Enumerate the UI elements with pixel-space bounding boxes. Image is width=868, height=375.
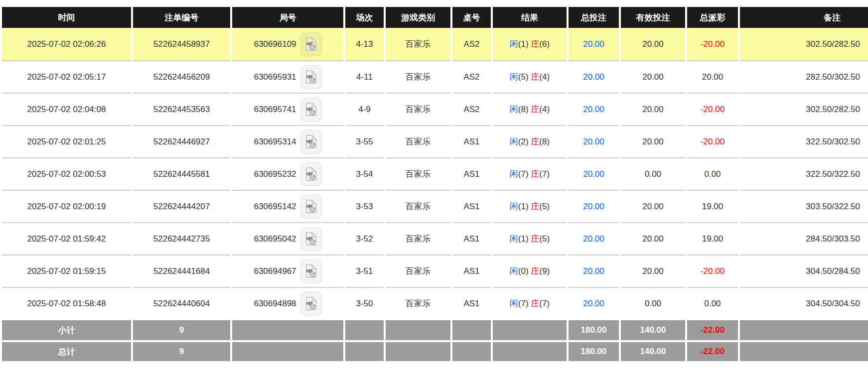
bet-record-row[interactable]: 2025-07-02 01:59:42522624442735630695042… bbox=[2, 222, 868, 254]
cell-payout: 20.00 bbox=[687, 60, 738, 93]
round-no-group: 630695314 bbox=[254, 130, 321, 154]
round-no-text: 630695142 bbox=[254, 202, 296, 212]
round-no-group: 630695931 bbox=[254, 65, 321, 89]
cell-round-no: 630696109 bbox=[232, 28, 343, 60]
video-replay-button[interactable] bbox=[300, 227, 322, 251]
video-replay-icon bbox=[305, 70, 317, 84]
summary-empty-remark bbox=[740, 319, 868, 340]
column-header-bet-no: 注单编号 bbox=[133, 7, 230, 28]
cell-table-no: AS1 bbox=[452, 157, 491, 190]
cell-payout: -20.00 bbox=[687, 254, 738, 287]
table-footer: 小计9180.00140.00-22.00总计9180.00140.00-22.… bbox=[2, 319, 868, 361]
video-replay-button[interactable] bbox=[300, 130, 322, 154]
cell-payout: 19.00 bbox=[687, 222, 738, 254]
banker-result-score: (5) bbox=[539, 202, 550, 211]
bet-record-row[interactable]: 2025-07-02 02:00:53522624445581630695232… bbox=[2, 157, 868, 190]
player-result-score: (1) bbox=[518, 39, 529, 49]
cell-session: 3-51 bbox=[345, 254, 384, 287]
banker-result-label: 庄 bbox=[531, 299, 539, 308]
header-row: 时间注单编号局号场次游戏类别桌号结果总投注有效投注总派彩备注 bbox=[2, 7, 868, 28]
round-no-group: 630694898 bbox=[254, 292, 321, 316]
cell-remark: 302.50/282.50 bbox=[740, 93, 868, 125]
cell-time: 2025-07-02 01:59:15 bbox=[2, 254, 131, 287]
cell-round-no: 630694898 bbox=[232, 287, 343, 319]
cell-result: 闲(7) 庄(7) bbox=[493, 157, 567, 190]
video-replay-icon bbox=[305, 167, 317, 181]
cell-remark: 303.50/322.50 bbox=[740, 190, 868, 222]
column-header-remark: 备注 bbox=[740, 7, 868, 28]
total-bet-link[interactable]: 20.00 bbox=[583, 299, 604, 308]
column-header-valid-bet: 有效投注 bbox=[621, 7, 685, 28]
video-replay-button[interactable] bbox=[300, 195, 322, 219]
total-bet-link[interactable]: 20.00 bbox=[583, 39, 604, 49]
player-result-score: (5) bbox=[518, 72, 529, 82]
video-replay-icon bbox=[305, 199, 317, 214]
cell-round-no: 630695741 bbox=[232, 93, 343, 125]
bet-record-row[interactable]: 2025-07-02 02:05:17522624456209630695931… bbox=[2, 60, 868, 93]
cell-game-type: 百家乐 bbox=[386, 28, 450, 60]
video-replay-button[interactable] bbox=[300, 292, 322, 316]
cell-bet-no: 522624453563 bbox=[133, 93, 230, 125]
cell-bet-no: 522624444207 bbox=[133, 190, 230, 222]
bet-record-row[interactable]: 2025-07-02 02:01:25522624446927630695314… bbox=[2, 125, 868, 157]
total-bet-link[interactable]: 20.00 bbox=[583, 202, 604, 211]
video-replay-button[interactable] bbox=[300, 32, 322, 56]
player-result-label: 闲 bbox=[510, 202, 518, 211]
cell-result: 闲(2) 庄(8) bbox=[493, 125, 567, 157]
summary-empty-game-type bbox=[386, 340, 450, 361]
cell-time: 2025-07-02 01:59:42 bbox=[2, 222, 131, 254]
summary-row-total: 总计9180.00140.00-22.00 bbox=[2, 340, 868, 361]
video-replay-button[interactable] bbox=[300, 162, 322, 186]
video-replay-button[interactable] bbox=[300, 98, 322, 122]
total-bet-link[interactable]: 20.00 bbox=[583, 234, 604, 244]
round-no-group: 630695142 bbox=[254, 195, 321, 219]
column-header-game-type: 游戏类别 bbox=[386, 7, 450, 28]
total-bet-link[interactable]: 20.00 bbox=[583, 72, 604, 82]
summary-label: 总计 bbox=[2, 340, 131, 361]
bet-record-row[interactable]: 2025-07-02 01:58:48522624440604630694898… bbox=[2, 287, 868, 319]
summary-empty-round-no bbox=[232, 340, 343, 361]
total-bet-link[interactable]: 20.00 bbox=[583, 105, 604, 114]
total-bet-link[interactable]: 20.00 bbox=[583, 266, 604, 276]
cell-game-type: 百家乐 bbox=[386, 222, 450, 254]
summary-empty-remark bbox=[740, 340, 868, 361]
cell-round-no: 630695931 bbox=[232, 60, 343, 93]
banker-result-label: 庄 bbox=[531, 234, 539, 244]
bet-records-table: 时间注单编号局号场次游戏类别桌号结果总投注有效投注总派彩备注 2025-07-0… bbox=[0, 7, 868, 361]
cell-valid-bet: 20.00 bbox=[621, 28, 685, 60]
cell-total-bet: 20.00 bbox=[569, 157, 619, 190]
video-replay-icon bbox=[305, 134, 317, 149]
cell-payout: 19.00 bbox=[687, 190, 738, 222]
cell-result: 闲(5) 庄(4) bbox=[493, 60, 567, 93]
player-result-label: 闲 bbox=[510, 105, 518, 114]
round-no-text: 630695741 bbox=[254, 105, 296, 115]
summary-empty-result bbox=[493, 319, 567, 340]
bet-record-row[interactable]: 2025-07-02 01:59:15522624441684630694967… bbox=[2, 254, 868, 287]
cell-total-bet: 20.00 bbox=[569, 190, 619, 222]
round-no-text: 630694967 bbox=[254, 266, 296, 276]
cell-table-no: AS1 bbox=[452, 254, 491, 287]
video-replay-button[interactable] bbox=[300, 259, 322, 283]
video-replay-icon bbox=[305, 232, 317, 246]
player-result-score: (0) bbox=[518, 266, 529, 276]
player-result-score: (1) bbox=[518, 202, 529, 211]
cell-game-type: 百家乐 bbox=[386, 287, 450, 319]
total-bet-link[interactable]: 20.00 bbox=[583, 169, 604, 179]
summary-row-subtotal: 小计9180.00140.00-22.00 bbox=[2, 319, 868, 340]
video-replay-button[interactable] bbox=[300, 65, 322, 89]
bet-record-row[interactable]: 2025-07-02 02:06:26522624458937630696109… bbox=[2, 28, 868, 60]
banker-result-score: (4) bbox=[539, 105, 550, 114]
cell-round-no: 630695232 bbox=[232, 157, 343, 190]
banker-result-label: 庄 bbox=[531, 39, 539, 49]
banker-result-score: (6) bbox=[539, 39, 550, 49]
cell-round-no: 630694967 bbox=[232, 254, 343, 287]
cell-payout: 0.00 bbox=[687, 287, 738, 319]
bet-record-row[interactable]: 2025-07-02 02:00:19522624444207630695142… bbox=[2, 190, 868, 222]
total-bet-link[interactable]: 20.00 bbox=[583, 137, 604, 146]
banker-result-label: 庄 bbox=[531, 266, 539, 276]
cell-round-no: 630695142 bbox=[232, 190, 343, 222]
cell-round-no: 630695042 bbox=[232, 222, 343, 254]
bet-record-row[interactable]: 2025-07-02 02:04:08522624453563630695741… bbox=[2, 93, 868, 125]
summary-valid-bet: 140.00 bbox=[621, 340, 685, 361]
cell-valid-bet: 20.00 bbox=[621, 254, 685, 287]
